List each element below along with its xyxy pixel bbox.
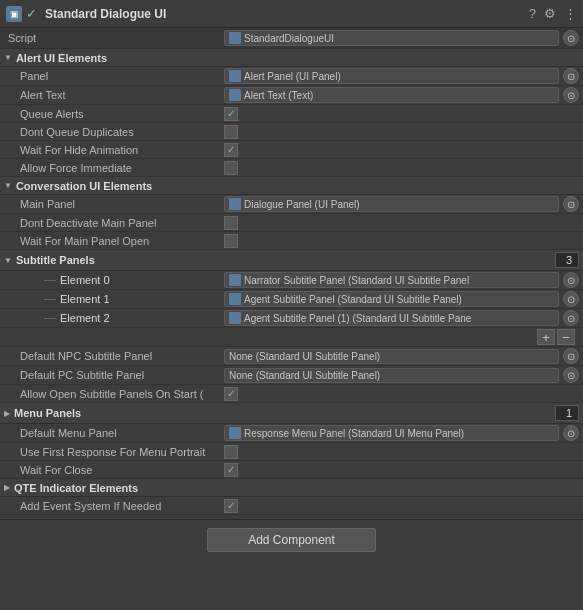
wait-hide-checkbox[interactable]: [224, 143, 238, 157]
script-label: Script: [4, 32, 224, 44]
add-event-value: [224, 499, 579, 513]
subtitle-element-1-ref[interactable]: Agent Subtitle Panel (Standard UI Subtit…: [224, 291, 559, 307]
wait-hide-row: Wait For Hide Animation: [0, 141, 583, 159]
default-pc-value: None (Standard UI Subtitle Panel) ⊙: [224, 367, 579, 383]
alert-panel-label: Panel: [4, 70, 224, 82]
add-component-bar: Add Component: [0, 519, 583, 560]
script-value-container: StandardDialogueUI ⊙: [224, 30, 579, 46]
default-menu-pick[interactable]: ⊙: [563, 425, 579, 441]
subtitle-element-0-ref[interactable]: Narrator Subtitle Panel (Standard UI Sub…: [224, 272, 559, 288]
subtitle-element-1-row: Element 1 Agent Subtitle Panel (Standard…: [0, 290, 583, 309]
header-actions: ? ⚙ ⋮: [529, 6, 577, 21]
allow-open-checkbox[interactable]: [224, 387, 238, 401]
allow-force-label: Allow Force Immediate: [4, 162, 224, 174]
use-first-row: Use First Response For Menu Portrait: [0, 443, 583, 461]
enabled-check[interactable]: ✓: [26, 6, 37, 21]
subtitle-add-btn[interactable]: +: [537, 329, 555, 345]
default-menu-row: Default Menu Panel Response Menu Panel (…: [0, 424, 583, 443]
default-menu-ref[interactable]: Response Menu Panel (Standard UI Menu Pa…: [224, 425, 559, 441]
script-row: Script StandardDialogueUI ⊙: [0, 28, 583, 49]
subtitle-remove-btn[interactable]: −: [557, 329, 575, 345]
help-icon[interactable]: ?: [529, 6, 536, 21]
wait-panel-label: Wait For Main Panel Open: [4, 235, 224, 247]
dont-deactivate-checkbox[interactable]: [224, 216, 238, 230]
overflow-icon[interactable]: ⋮: [564, 6, 577, 21]
script-pick-btn[interactable]: ⊙: [563, 30, 579, 46]
default-pc-pick[interactable]: ⊙: [563, 367, 579, 383]
qte-triangle-icon: ▶: [4, 483, 10, 492]
wait-panel-checkbox[interactable]: [224, 234, 238, 248]
menu-panels-section-header[interactable]: ▶ Menu Panels 1: [0, 403, 583, 424]
menu-panels-label: Menu Panels: [14, 407, 81, 419]
wait-close-checkbox[interactable]: [224, 463, 238, 477]
alert-text-pick[interactable]: ⊙: [563, 87, 579, 103]
subtitle-element-2-label-container: Element 2: [4, 312, 224, 324]
alert-panel-ref[interactable]: Alert Panel (UI Panel): [224, 68, 559, 84]
subtitle-element-0-pick[interactable]: ⊙: [563, 272, 579, 288]
allow-open-row: Allow Open Subtitle Panels On Start (: [0, 385, 583, 403]
add-event-checkbox[interactable]: [224, 499, 238, 513]
default-npc-row: Default NPC Subtitle Panel None (Standar…: [0, 347, 583, 366]
settings-icon[interactable]: ⚙: [544, 6, 556, 21]
alert-ui-section-header[interactable]: ▼ Alert UI Elements: [0, 49, 583, 67]
alert-panel-pick[interactable]: ⊙: [563, 68, 579, 84]
dont-deactivate-label: Dont Deactivate Main Panel: [4, 217, 224, 229]
alert-panel-row: Panel Alert Panel (UI Panel) ⊙: [0, 67, 583, 86]
menu-triangle-icon: ▶: [4, 409, 10, 418]
default-pc-label: Default PC Subtitle Panel: [4, 369, 224, 381]
queue-alerts-checkbox[interactable]: [224, 107, 238, 121]
alert-text-ref[interactable]: Alert Text (Text): [224, 87, 559, 103]
subtitle-element-1-text: Agent Subtitle Panel (Standard UI Subtit…: [244, 294, 462, 305]
default-npc-dropdown[interactable]: None (Standard UI Subtitle Panel): [224, 349, 559, 364]
default-menu-label: Default Menu Panel: [4, 427, 224, 439]
allow-force-checkbox[interactable]: [224, 161, 238, 175]
header-icons: ▣ ✓: [6, 6, 37, 22]
subtitle-element-0-text: Narrator Subtitle Panel (Standard UI Sub…: [244, 275, 469, 286]
conv-triangle-icon: ▼: [4, 181, 12, 190]
add-component-button[interactable]: Add Component: [207, 528, 376, 552]
conversation-ui-section-header[interactable]: ▼ Conversation UI Elements: [0, 177, 583, 195]
default-pc-dropdown[interactable]: None (Standard UI Subtitle Panel): [224, 368, 559, 383]
subtitle-element-2-value: Agent Subtitle Panel (1) (Standard UI Su…: [224, 310, 579, 326]
allow-force-value: [224, 161, 579, 175]
separator-0: [44, 280, 56, 281]
subtitle-element-1-pick[interactable]: ⊙: [563, 291, 579, 307]
main-panel-value: Dialogue Panel (UI Panel) ⊙: [224, 196, 579, 212]
default-npc-label: Default NPC Subtitle Panel: [4, 350, 224, 362]
main-panel-label: Main Panel: [4, 198, 224, 210]
script-ref-text: StandardDialogueUI: [244, 33, 334, 44]
main-panel-icon: [229, 198, 241, 210]
subtitle-element-1-icon: [229, 293, 241, 305]
subtitle-triangle-icon: ▼: [4, 256, 12, 265]
allow-open-label: Allow Open Subtitle Panels On Start (: [4, 388, 224, 400]
queue-alerts-value: [224, 107, 579, 121]
subtitle-element-0-row: Element 0 Narrator Subtitle Panel (Stand…: [0, 271, 583, 290]
add-event-row: Add Event System If Needed: [0, 497, 583, 515]
qte-label: QTE Indicator Elements: [14, 482, 138, 494]
default-npc-pick[interactable]: ⊙: [563, 348, 579, 364]
subtitle-count: 3: [555, 252, 579, 268]
subtitle-element-0-label-container: Element 0: [4, 274, 224, 286]
alert-text-row: Alert Text Alert Text (Text) ⊙: [0, 86, 583, 105]
qte-section-header[interactable]: ▶ QTE Indicator Elements: [0, 479, 583, 497]
main-panel-pick[interactable]: ⊙: [563, 196, 579, 212]
subtitle-add-remove-row: + −: [0, 328, 583, 347]
subtitle-element-2-row: Element 2 Agent Subtitle Panel (1) (Stan…: [0, 309, 583, 328]
subtitle-panels-section-header[interactable]: ▼ Subtitle Panels 3: [0, 250, 583, 271]
alert-panel-value: Alert Panel (UI Panel) ⊙: [224, 68, 579, 84]
main-panel-ref[interactable]: Dialogue Panel (UI Panel): [224, 196, 559, 212]
alert-text-value: Alert Text (Text) ⊙: [224, 87, 579, 103]
subtitle-element-1-value: Agent Subtitle Panel (Standard UI Subtit…: [224, 291, 579, 307]
alert-panel-text: Alert Panel (UI Panel): [244, 71, 341, 82]
allow-force-row: Allow Force Immediate: [0, 159, 583, 177]
wait-close-value: [224, 463, 579, 477]
default-menu-icon: [229, 427, 241, 439]
dont-queue-checkbox[interactable]: [224, 125, 238, 139]
script-ref[interactable]: StandardDialogueUI: [224, 30, 559, 46]
subtitle-element-0-value: Narrator Subtitle Panel (Standard UI Sub…: [224, 272, 579, 288]
subtitle-element-2-pick[interactable]: ⊙: [563, 310, 579, 326]
use-first-checkbox[interactable]: [224, 445, 238, 459]
use-first-label: Use First Response For Menu Portrait: [4, 446, 224, 458]
default-pc-text: None (Standard UI Subtitle Panel): [229, 370, 380, 381]
subtitle-element-2-ref[interactable]: Agent Subtitle Panel (1) (Standard UI Su…: [224, 310, 559, 326]
